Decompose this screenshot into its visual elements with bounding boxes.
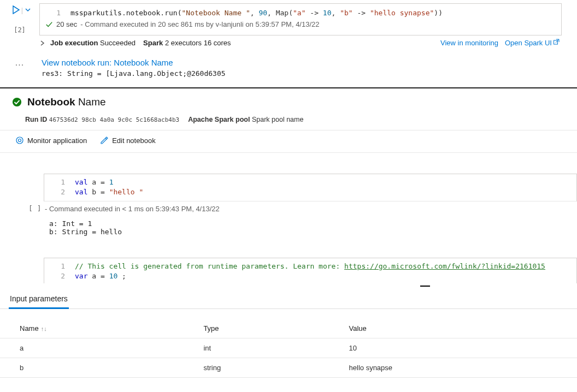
- code-line: // This cell is generated from runtime p…: [75, 262, 571, 271]
- line-number: 1: [50, 177, 75, 187]
- code-line: var a = 10 ;: [75, 271, 571, 281]
- svg-marker-0: [13, 6, 19, 14]
- code-line: val b = "hello ": [75, 187, 571, 197]
- external-link-icon: [553, 39, 560, 45]
- checkmark-icon: [45, 21, 53, 28]
- pencil-icon: [100, 136, 109, 145]
- line-number: 2: [50, 271, 75, 281]
- chevron-down-icon[interactable]: [24, 6, 32, 14]
- svg-point-5: [19, 139, 21, 142]
- cursor-indicator: [420, 286, 430, 287]
- line-number: 2: [50, 187, 75, 197]
- more-icon[interactable]: ···: [0, 58, 39, 70]
- spark-label: Spark: [143, 39, 163, 47]
- view-notebook-run-link[interactable]: View notebook run: Notebook Name: [42, 58, 173, 69]
- code-line: val a = 1: [75, 177, 571, 187]
- cell-output: b: String = hello: [49, 228, 577, 236]
- cell-type: int: [184, 338, 329, 358]
- job-exec-label: Job execution: [50, 39, 98, 47]
- open-spark-ui-link[interactable]: Open Spark UI: [505, 39, 560, 47]
- code-line: mssparkutils.notebook.run("Notebook Name…: [70, 8, 556, 18]
- exec-index: [ ]: [28, 202, 41, 212]
- status-duration: 20 sec: [56, 20, 77, 28]
- spark-pool-label: Apache Spark pool: [188, 116, 250, 123]
- run-icon[interactable]: [12, 5, 20, 14]
- col-value[interactable]: Value: [329, 319, 577, 338]
- cell-name: b: [0, 358, 184, 377]
- cell-value: 10: [329, 338, 577, 358]
- status-text: - Command executed in 20 sec 861 ms by v…: [80, 20, 319, 28]
- cell-name: a: [0, 338, 184, 358]
- sort-icon: ↑↓: [41, 325, 47, 332]
- docs-link[interactable]: https://go.microsoft.com/fwlink/?linkid=…: [344, 262, 545, 270]
- cell-type: string: [184, 358, 329, 377]
- exec-index: [2]: [14, 26, 26, 34]
- svg-point-3: [13, 98, 21, 106]
- success-circle-icon: [12, 97, 22, 107]
- view-monitoring-link[interactable]: View in monitoring: [440, 39, 498, 47]
- notebook-title: Notebook Name: [27, 96, 106, 108]
- col-type[interactable]: Type: [184, 319, 329, 338]
- monitor-application-button[interactable]: Monitor application: [15, 136, 87, 145]
- spark-info: 2 executors 16 cores: [165, 39, 231, 47]
- code-cell[interactable]: 1val a = 1 2val b = "hello ": [44, 174, 577, 201]
- spark-pool-value: Spark pool name: [252, 116, 304, 123]
- job-exec-state: Succeeded: [100, 39, 136, 47]
- line-number: 1: [50, 262, 75, 271]
- monitor-icon: [15, 136, 24, 145]
- parameters-table: Name↑↓ Type Value a int 10 b string hell…: [0, 319, 577, 378]
- cell-output: res3: String = [Ljava.lang.Object;@260d6…: [42, 69, 226, 78]
- chevron-right-icon[interactable]: [39, 40, 46, 46]
- tab-input-parameters[interactable]: Input parameters: [9, 292, 69, 309]
- cell-value: hello synapse: [329, 358, 577, 377]
- table-row: b string hello synapse: [0, 358, 577, 377]
- run-id-value: 467536d2 98cb 4a0a 9c0c 5c1668acb4b3: [49, 116, 179, 123]
- table-row: a int 10: [0, 338, 577, 358]
- edit-notebook-button[interactable]: Edit notebook: [100, 136, 156, 145]
- run-id-label: Run ID: [25, 116, 47, 123]
- code-cell[interactable]: 1 mssparkutils.notebook.run("Notebook Na…: [39, 3, 562, 35]
- code-cell[interactable]: 1// This cell is generated from runtime …: [44, 258, 577, 283]
- cell-output: a: Int = 1: [49, 219, 577, 228]
- col-name[interactable]: Name↑↓: [0, 319, 184, 338]
- line-number: 1: [45, 8, 70, 18]
- status-text: - Command executed in < 1 ms on 5:39:43 …: [44, 201, 577, 216]
- svg-point-4: [16, 137, 23, 144]
